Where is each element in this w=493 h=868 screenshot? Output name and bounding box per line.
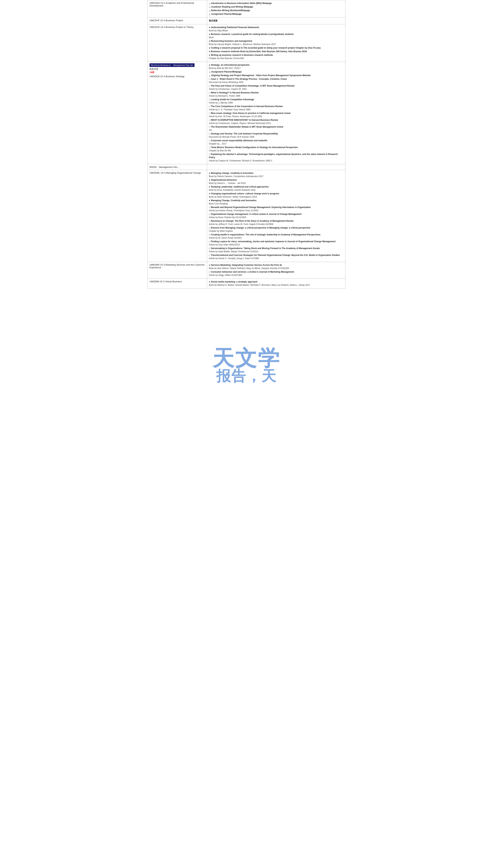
- resources-cell: Strategy: an international perspectiveBo…: [207, 62, 345, 164]
- module-code: UMCDVF-15-3 Business Project: [150, 19, 205, 22]
- table-row: BA (Hons) Business &Management (Top Up)商…: [148, 62, 345, 164]
- sidebar-program2: Management (Top Up): [172, 63, 194, 67]
- module-cell: UMODML-15-3 Managing Organisational Chan…: [148, 170, 207, 262]
- resource-meta: Article by Christensen, Clayton M. 2001: [209, 88, 247, 90]
- resource-entry: Sensemaking in Organizations: Taking Sto…: [209, 247, 343, 253]
- resource-title: Finding a space for story: sensemaking, …: [211, 240, 336, 243]
- resource-meta: Book by Melissa S. Barker; Donald Barker…: [209, 284, 310, 286]
- resource-meta: Article by Dexter C. Dunphy; Doug A. Sta…: [209, 257, 259, 260]
- table-row: UMCDQ3-15-3 Academic and Professional De…: [148, 0, 345, 18]
- resource-entry: Studying Leadership: traditional and cri…: [209, 185, 343, 192]
- table-row: MSDN... Management Sim...: [148, 164, 345, 170]
- resource-entry: Assignment PlannerWebpage: [209, 70, 343, 73]
- resource-meta: Chapter by Mark Hughes: [209, 230, 233, 232]
- resource-entry: Extracts from Managing change: a critica…: [209, 226, 343, 233]
- resource-meta: Book by Bob de Wit 2017; Â2017: [209, 67, 241, 69]
- resource-meta: Article by Rune Todnem By 01/12/2005: [209, 216, 246, 219]
- resource-entry: The Past and Future of Competitive Advan…: [209, 84, 343, 91]
- sidebar-count: 14本: [150, 71, 205, 74]
- module-code: UMSD89-15-3 Virtual Business: [150, 280, 205, 283]
- resource-entry: Aligning Strategy and Project Managment …: [209, 74, 343, 77]
- resource-meta: Chapter by Alan Bryman; Emma Bell: [209, 57, 244, 60]
- resource-entry: Blue ocean strategy: from theory to prac…: [209, 112, 343, 118]
- resource-title: 暂未更新: [209, 19, 217, 22]
- resource-entry: Understanding Published Financial Statem…: [209, 26, 343, 32]
- resource-entry: 暂未更新: [209, 19, 343, 22]
- resource-title: Studying Leadership: traditional and cri…: [211, 186, 269, 188]
- resource-title: Organisational behaviour: [211, 179, 237, 181]
- resource-title: Sensemaking in Organizations: Taking Sto…: [211, 247, 320, 249]
- resource-meta: Article by Sally Maitlis; Marlys Christi…: [209, 250, 258, 253]
- resource-entry: What is Strategy? in Harvard Business Re…: [209, 91, 343, 97]
- module-cell: UMCDVF-15-3 Business Project: [148, 18, 207, 24]
- resource-entry: Reflective Writing WorkbookWebpage: [209, 9, 343, 12]
- resource-entry: Assignment PlannerWebpage: [209, 13, 343, 16]
- resource-meta: Article by Christensen, Clayton; Raynor,…: [209, 122, 271, 125]
- resource-meta: Article by Michael E. Porter 1996: [209, 95, 240, 97]
- resource-title: Strategy: an international perspective: [211, 64, 250, 66]
- resource-meta: Article by J, Barney 1995: [209, 102, 233, 104]
- resource-meta: Book by Harvey Maylor; Kathryn L. Blackm…: [209, 43, 276, 45]
- resource-entry: Managing change, creativity & innovation…: [209, 172, 343, 178]
- resource-title: Beneath and Beyond Organizational Change…: [211, 206, 311, 209]
- sidebar-program: BA (Hons) Business &: [150, 63, 172, 67]
- resource-entry: The Shareholder-Stakeholder Debate in MI…: [209, 125, 343, 132]
- resource-entry: Crafting a research proposal in The esse…: [209, 46, 343, 49]
- resource-entry: Changing organisational culture: cultura…: [209, 192, 343, 198]
- module-cell: UMSD89-15-3 Virtual Business: [148, 279, 207, 289]
- resource-meta: Chapter by... 2017: [209, 143, 227, 145]
- resource-title: Strategy and Society: The Link between C…: [211, 132, 278, 135]
- resource-entry: Tesla Motors' Business Model Configurati…: [209, 146, 343, 152]
- module-code: UMSDQ5-15-3 Business Strategy: [150, 75, 205, 78]
- resource-meta: Book by David A... ; Andrea... ski 2019: [209, 182, 245, 185]
- resource-entry: Beneath and Beyond Organizational Change…: [209, 206, 343, 212]
- resource-meta: Article by Clayton M. Christensen; Richa…: [209, 159, 272, 162]
- resource-entry: Explaining the attacker's advantage: Tec…: [209, 153, 343, 162]
- resource-title: Social media marketing: a strategic appr…: [211, 281, 257, 283]
- table-row: UMCDVF-15-3 Business Project暂未更新: [148, 18, 345, 24]
- resource-entry: Business research methods Book by Emma B…: [209, 50, 343, 53]
- resource-entry: Academic Reading and Writing Webpage: [209, 5, 343, 8]
- resource-title: Blue ocean strategy: from theory to prac…: [211, 112, 291, 114]
- module-code: UMCDQ3-15-3 Academic and Professional De…: [150, 2, 205, 7]
- resource-title: The Core Competence of the Corporation i…: [211, 105, 283, 108]
- resource-title: Reflective Writing WorkbookWebpage: [211, 9, 250, 12]
- module-code: UMCDVE-15-3 Business Project in Theory: [150, 26, 205, 28]
- resource-title: Case 1 - Robin Hood in The Strategy Proc…: [211, 78, 287, 80]
- resource-title: Business research methods Book by Emma B…: [211, 50, 307, 53]
- resource-meta: Document by Michael Porter; M.R Kramer 2…: [209, 136, 254, 138]
- resource-meta: Article by Andrew Sturdy; Christopher Gr…: [209, 209, 258, 212]
- resource-title: Corporate social responsibility dilemmas…: [211, 139, 267, 142]
- resource-title: Assignment PlannerWebpage: [211, 13, 242, 15]
- resource-title: Consumer behaviour and services: a revie…: [211, 270, 294, 273]
- resource-entry: Strategy: an international perspectiveBo…: [209, 63, 343, 70]
- resource-meta: Book by Doris Schedlitzki; Gareth Edward…: [209, 189, 256, 191]
- resource-meta: Article by Jeffrey D. Ford; Laurie W. Fo…: [209, 223, 273, 225]
- module-code: MSDN... Management Sim...: [150, 166, 205, 168]
- resource-entry: Consumer behaviour and services: a revie…: [209, 270, 343, 277]
- resource-title: Extracts from Managing change: a critica…: [211, 226, 310, 229]
- resource-meta: Chapter by Bob De Wit: [209, 149, 231, 152]
- module-code: UMODML-15-3 Managing Organisational Chan…: [150, 172, 205, 174]
- resource-title: Managing change, creativity & innovation: [211, 172, 254, 174]
- resource-entry: Corporate social responsibility dilemmas…: [209, 139, 343, 145]
- resource-meta: Book by Patrick Dawson; Constantine Andr…: [209, 175, 263, 178]
- resource-entry: Social media marketing: a strategic appr…: [209, 280, 343, 287]
- resource-title: Explaining the attacker's advantage: Tec…: [209, 153, 338, 159]
- resource-title: WHAT IS DISRUPTIVE INNOVATION? in Harvar…: [211, 119, 278, 121]
- resources-cell: 暂未更新: [207, 18, 345, 24]
- resource-entry: Introduction to Business Information Ski…: [209, 2, 343, 5]
- resource-title: What is Strategy? in Harvard Business Re…: [211, 91, 259, 94]
- resources-cell: Introduction to Business Information Ski…: [207, 0, 345, 18]
- resource-title: The Shareholder-Stakeholder Debate in MI…: [211, 126, 283, 128]
- resource-entry: Resistance to Change: The Rest of the St…: [209, 219, 343, 226]
- resource-title: The Past and Future of Competitive Advan…: [211, 85, 295, 87]
- module-cell: BA (Hons) Business &Management (Top Up)商…: [148, 62, 207, 164]
- resource-title: Aligning Strategy and Project Managment …: [211, 74, 310, 77]
- resources-cell: [207, 164, 345, 170]
- resource-meta: Book by Mats Alvesson; Stefan Sveningsso…: [209, 196, 257, 198]
- resource-title: Transformational and Coercive Strategies…: [211, 254, 340, 256]
- resource-meta: Article by Kim, W Chan; Renee, Mauborgne…: [209, 115, 262, 118]
- resource-title: Organisational change management: A crit…: [211, 213, 302, 215]
- resource-meta: Book by Alan Wilson; Valarie Zeithaml; M…: [209, 267, 289, 269]
